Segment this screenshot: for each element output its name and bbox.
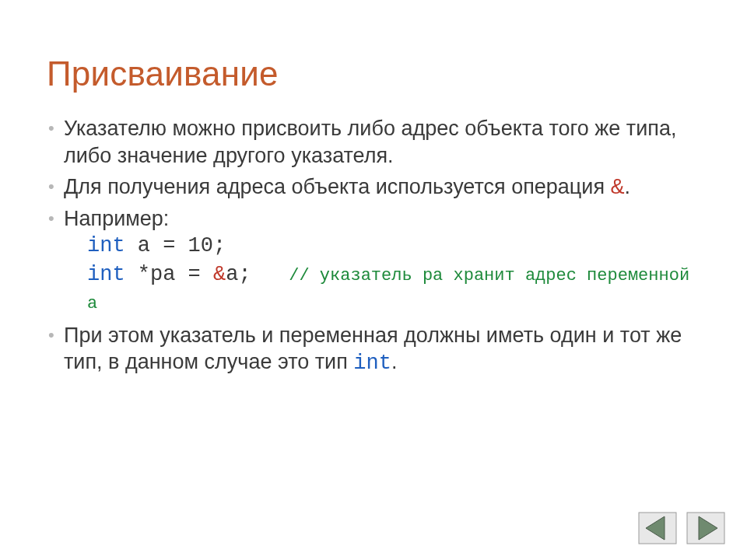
bullet-3: Например: int a = 10; int *pa = &a; // у…	[47, 205, 700, 317]
bullet-1: Указателю можно присвоить либо адрес объ…	[47, 115, 700, 169]
keyword-int-2: int	[87, 263, 125, 286]
keyword-int-inline: int	[353, 352, 391, 375]
prev-button[interactable]	[638, 512, 677, 544]
code-line-1: int a = 10;	[87, 232, 700, 260]
keyword-int-1: int	[87, 234, 125, 257]
bullet-4: При этом указатель и переменная должны и…	[47, 322, 700, 377]
bullet-3-intro: Например:	[64, 207, 169, 230]
ampersand-operator: &	[611, 175, 625, 198]
bullet-2-pre: Для получения адреса объекта используетс…	[64, 175, 611, 198]
code-2-end: a;	[226, 263, 251, 286]
arrow-left-icon	[638, 512, 677, 544]
next-button[interactable]	[686, 512, 725, 544]
code-example: int a = 10; int *pa = &a; // указатель p…	[64, 232, 700, 317]
code-1-rest: a = 10;	[125, 234, 226, 257]
nav-controls	[638, 512, 725, 544]
code-line-2: int *pa = &a; // указатель pa хранит адр…	[87, 261, 700, 317]
code-2-mid: *pa =	[125, 263, 213, 286]
slide-title: Присваивание	[47, 54, 700, 93]
ampersand-in-code: &	[213, 263, 226, 286]
slide-body: Указателю можно присвоить либо адрес объ…	[47, 115, 700, 377]
bullet-2: Для получения адреса объекта используетс…	[47, 173, 700, 201]
slide: Присваивание Указателю можно присвоить л…	[0, 0, 747, 560]
bullet-4-post: .	[391, 350, 398, 373]
bullet-1-text: Указателю можно присвоить либо адрес объ…	[64, 117, 676, 167]
arrow-right-icon	[686, 512, 725, 544]
bullet-2-post: .	[625, 175, 631, 198]
